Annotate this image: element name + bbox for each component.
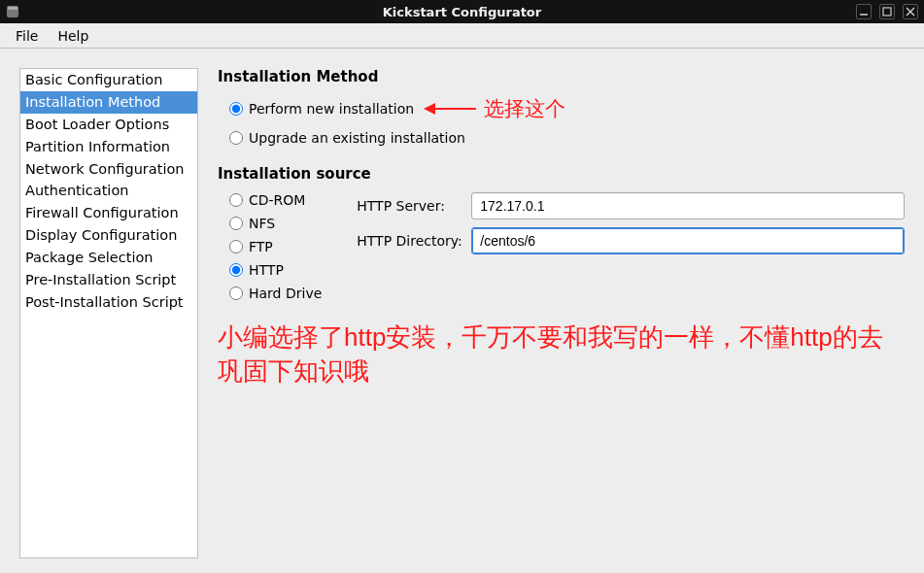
menubar: File Help xyxy=(0,23,924,49)
sidebar-item-boot-loader-options[interactable]: Boot Loader Options xyxy=(20,114,197,136)
http-server-input[interactable] xyxy=(471,192,905,219)
maximize-button[interactable] xyxy=(879,4,895,19)
radio-cdrom-label: CD-ROM xyxy=(249,192,305,208)
sidebar-item-partition-information[interactable]: Partition Information xyxy=(20,136,197,158)
radio-upgrade[interactable] xyxy=(229,131,243,145)
radio-row-harddrive[interactable]: Hard Drive xyxy=(218,282,322,305)
radio-harddrive[interactable] xyxy=(229,286,243,300)
sidebar: Basic ConfigurationInstallation MethodBo… xyxy=(19,68,198,558)
sidebar-item-authentication[interactable]: Authentication xyxy=(20,180,197,202)
window-title: Kickstart Configurator xyxy=(383,5,541,19)
radio-http[interactable] xyxy=(229,263,243,277)
radio-row-upgrade[interactable]: Upgrade an existing installation xyxy=(218,126,905,150)
radio-ftp[interactable] xyxy=(229,240,243,253)
radio-nfs[interactable] xyxy=(229,217,243,230)
main-panel: Installation Method Perform new installa… xyxy=(218,68,905,554)
radio-row-ftp[interactable]: FTP xyxy=(218,235,322,258)
close-button[interactable] xyxy=(903,4,918,19)
http-directory-label: HTTP Directory: xyxy=(357,233,465,249)
sidebar-item-firewall-configuration[interactable]: Firewall Configuration xyxy=(20,202,197,224)
sidebar-item-network-configuration[interactable]: Network Configuration xyxy=(20,158,197,181)
radio-row-cdrom[interactable]: CD-ROM xyxy=(218,188,322,212)
sidebar-item-pre-installation-script[interactable]: Pre-Installation Script xyxy=(20,269,197,291)
radio-row-http[interactable]: HTTP xyxy=(218,258,322,282)
menu-file[interactable]: File xyxy=(6,25,48,47)
annotation-choose-this: 选择这个 xyxy=(424,95,565,122)
sidebar-item-installation-method[interactable]: Installation Method xyxy=(20,91,197,114)
menu-help[interactable]: Help xyxy=(48,25,98,47)
http-fields-column: HTTP Server: HTTP Directory: xyxy=(357,188,905,305)
annotation-note: 小编选择了http安装，千万不要和我写的一样，不懂http的去巩固下知识哦 xyxy=(218,320,905,388)
radio-http-label: HTTP xyxy=(249,262,284,278)
radio-harddrive-label: Hard Drive xyxy=(249,286,322,301)
svg-rect-1 xyxy=(8,7,17,10)
window-controls xyxy=(856,4,918,19)
radio-upgrade-label: Upgrade an existing installation xyxy=(249,130,465,146)
sidebar-item-package-selection[interactable]: Package Selection xyxy=(20,247,197,269)
app-icon xyxy=(6,5,19,18)
radio-ftp-label: FTP xyxy=(249,239,273,254)
minimize-button[interactable] xyxy=(856,4,872,19)
radio-cdrom[interactable] xyxy=(229,193,243,207)
titlebar: Kickstart Configurator xyxy=(0,0,924,23)
arrow-icon xyxy=(424,101,476,117)
source-options-column: CD-ROM NFS FTP HTTP Hard Drive xyxy=(218,188,322,305)
svg-marker-7 xyxy=(424,103,435,115)
installation-method-heading: Installation Method xyxy=(218,68,905,85)
installation-source-heading: Installation source xyxy=(218,165,905,183)
radio-new-install-label: Perform new installation xyxy=(249,101,414,117)
sidebar-item-basic-configuration[interactable]: Basic Configuration xyxy=(20,69,197,91)
http-server-row: HTTP Server: xyxy=(357,192,905,219)
radio-nfs-label: NFS xyxy=(249,216,275,231)
content-area: Basic ConfigurationInstallation MethodBo… xyxy=(0,49,924,573)
radio-row-nfs[interactable]: NFS xyxy=(218,212,322,235)
installation-source-columns: CD-ROM NFS FTP HTTP Hard Drive xyxy=(218,188,905,305)
sidebar-item-display-configuration[interactable]: Display Configuration xyxy=(20,224,197,247)
svg-rect-3 xyxy=(883,8,891,16)
http-directory-input[interactable] xyxy=(471,227,905,254)
annotation-choose-this-text: 选择这个 xyxy=(484,95,565,122)
radio-row-new-install[interactable]: Perform new installation 选择这个 xyxy=(218,91,905,126)
http-directory-row: HTTP Directory: xyxy=(357,227,905,254)
radio-new-install[interactable] xyxy=(229,102,243,116)
http-server-label: HTTP Server: xyxy=(357,198,465,214)
sidebar-item-post-installation-script[interactable]: Post-Installation Script xyxy=(20,291,197,314)
